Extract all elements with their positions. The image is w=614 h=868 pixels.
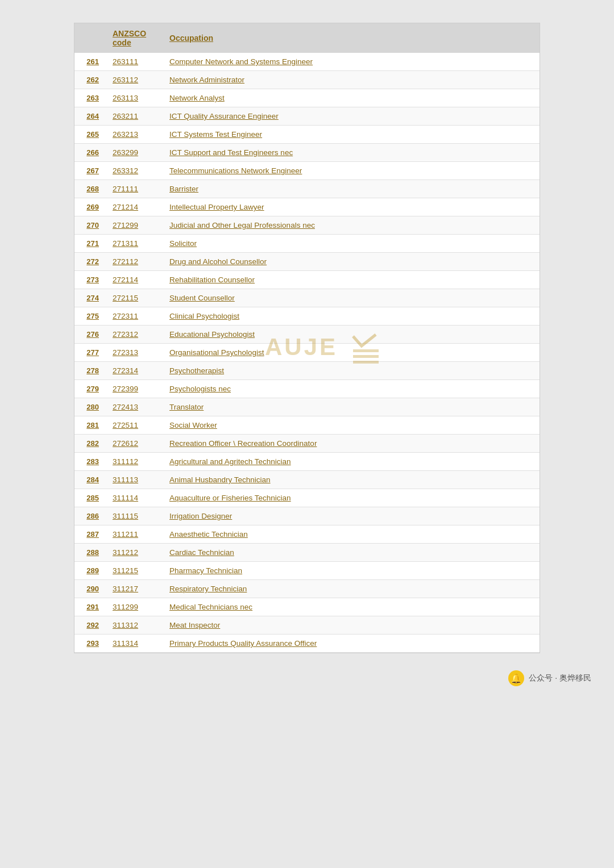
code-link[interactable]: 271214	[113, 203, 138, 211]
occupation-link[interactable]: Medical Technicians nec	[169, 603, 252, 611]
num-link[interactable]: 284	[86, 475, 99, 484]
num-link[interactable]: 286	[86, 512, 99, 520]
num-link[interactable]: 287	[86, 530, 99, 539]
num-link[interactable]: 274	[86, 294, 99, 302]
code-link[interactable]: 271111	[113, 185, 138, 193]
code-link[interactable]: 311113	[113, 475, 138, 484]
num-link[interactable]: 272	[86, 257, 99, 266]
code-link[interactable]: 272313	[113, 348, 138, 357]
occupation-link[interactable]: Anaesthetic Technician	[169, 530, 248, 539]
occupation-link[interactable]: Pharmacy Technician	[169, 566, 242, 575]
anzsco-header-link[interactable]: ANZSCO code	[113, 29, 146, 47]
occupation-link[interactable]: Student Counsellor	[169, 294, 235, 302]
occupation-link[interactable]: Translator	[169, 403, 204, 411]
num-link[interactable]: 270	[86, 221, 99, 229]
num-link[interactable]: 267	[86, 166, 99, 175]
num-link[interactable]: 269	[86, 203, 99, 211]
occupation-link[interactable]: Respiratory Technician	[169, 585, 247, 593]
occupation-link[interactable]: Recreation Officer \ Recreation Coordina…	[169, 439, 317, 448]
occupation-link[interactable]: Aquaculture or Fisheries Technician	[169, 494, 291, 502]
code-link[interactable]: 263112	[113, 76, 138, 84]
num-link[interactable]: 285	[86, 494, 99, 502]
occupation-link[interactable]: Telecommunications Network Engineer	[169, 166, 302, 175]
code-link[interactable]: 272413	[113, 403, 138, 411]
num-link[interactable]: 261	[86, 57, 99, 66]
code-link[interactable]: 263312	[113, 166, 138, 175]
num-link[interactable]: 289	[86, 566, 99, 575]
num-link[interactable]: 268	[86, 185, 99, 193]
code-link[interactable]: 272312	[113, 330, 138, 339]
num-link[interactable]: 264	[86, 112, 99, 120]
code-link[interactable]: 272112	[113, 257, 138, 266]
occupation-link[interactable]: Rehabilitation Counsellor	[169, 276, 255, 284]
code-link[interactable]: 263211	[113, 112, 138, 120]
num-link[interactable]: 291	[86, 603, 99, 611]
num-link[interactable]: 262	[86, 76, 99, 84]
num-link[interactable]: 265	[86, 130, 99, 139]
code-link[interactable]: 271299	[113, 221, 138, 229]
code-link[interactable]: 311299	[113, 603, 138, 611]
code-link[interactable]: 272399	[113, 385, 138, 393]
code-link[interactable]: 263111	[113, 57, 138, 66]
num-link[interactable]: 279	[86, 385, 99, 393]
num-link[interactable]: 263	[86, 94, 99, 102]
occupation-link[interactable]: Drug and Alcohol Counsellor	[169, 257, 267, 266]
num-link[interactable]: 280	[86, 403, 99, 411]
num-link[interactable]: 281	[86, 421, 99, 429]
num-link[interactable]: 290	[86, 585, 99, 593]
num-link[interactable]: 271	[86, 239, 99, 248]
num-link[interactable]: 278	[86, 366, 99, 375]
num-link[interactable]: 275	[86, 312, 99, 320]
num-link[interactable]: 283	[86, 457, 99, 466]
occupation-link[interactable]: Psychotherapist	[169, 366, 224, 375]
occupation-link[interactable]: Psychologists nec	[169, 385, 231, 393]
occupation-link[interactable]: Cardiac Technician	[169, 548, 234, 557]
code-link[interactable]: 272115	[113, 294, 138, 302]
occupation-link[interactable]: Computer Network and Systems Engineer	[169, 57, 313, 66]
num-link[interactable]: 273	[86, 276, 99, 284]
occupation-link[interactable]: Irrigation Designer	[169, 512, 232, 520]
occupation-link[interactable]: Agricultural and Agritech Technician	[169, 457, 291, 466]
occupation-link[interactable]: Barrister	[169, 185, 198, 193]
code-link[interactable]: 272311	[113, 312, 138, 320]
code-link[interactable]: 272511	[113, 421, 138, 429]
num-link[interactable]: 282	[86, 439, 99, 448]
occupation-link[interactable]: Network Administrator	[169, 76, 244, 84]
occupation-link[interactable]: Solicitor	[169, 239, 197, 248]
code-link[interactable]: 311215	[113, 566, 138, 575]
occupation-link[interactable]: Organisational Psychologist	[169, 348, 264, 357]
num-link[interactable]: 292	[86, 621, 99, 629]
occupation-link[interactable]: Animal Husbandry Technician	[169, 475, 271, 484]
num-link[interactable]: 288	[86, 548, 99, 557]
num-link[interactable]: 276	[86, 330, 99, 339]
num-link[interactable]: 277	[86, 348, 99, 357]
num-link[interactable]: 293	[86, 639, 99, 648]
occupation-header-link[interactable]: Occupation	[169, 34, 213, 43]
occupation-link[interactable]: Primary Products Quality Assurance Offic…	[169, 639, 317, 648]
code-link[interactable]: 272314	[113, 366, 138, 375]
occupation-link[interactable]: Social Worker	[169, 421, 217, 429]
occupation-link[interactable]: Meat Inspector	[169, 621, 220, 629]
code-link[interactable]: 311312	[113, 621, 138, 629]
code-link[interactable]: 263213	[113, 130, 138, 139]
code-link[interactable]: 271311	[113, 239, 138, 248]
code-link[interactable]: 263113	[113, 94, 138, 102]
occupation-link[interactable]: ICT Quality Assurance Engineer	[169, 112, 279, 120]
code-link[interactable]: 311211	[113, 530, 138, 539]
code-link[interactable]: 272612	[113, 439, 138, 448]
occupation-link[interactable]: Clinical Psychologist	[169, 312, 239, 320]
code-link[interactable]: 311112	[113, 457, 138, 466]
occupation-link[interactable]: Intellectual Property Lawyer	[169, 203, 264, 211]
occupation-link[interactable]: ICT Support and Test Engineers nec	[169, 148, 293, 157]
code-link[interactable]: 311217	[113, 585, 138, 593]
code-link[interactable]: 311114	[113, 494, 138, 502]
code-link[interactable]: 263299	[113, 148, 138, 157]
code-link[interactable]: 311115	[113, 512, 138, 520]
occupation-link[interactable]: Network Analyst	[169, 94, 225, 102]
occupation-link[interactable]: Judicial and Other Legal Professionals n…	[169, 221, 315, 229]
code-link[interactable]: 272114	[113, 276, 138, 284]
occupation-link[interactable]: Educational Psychologist	[169, 330, 255, 339]
code-link[interactable]: 311314	[113, 639, 138, 648]
occupation-link[interactable]: ICT Systems Test Engineer	[169, 130, 262, 139]
code-link[interactable]: 311212	[113, 548, 138, 557]
